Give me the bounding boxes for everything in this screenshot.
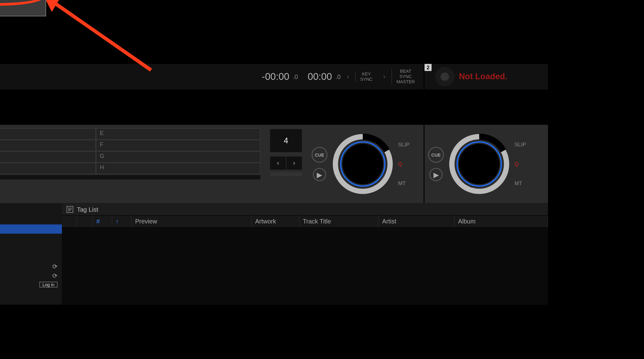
column-headers: # ↑ Preview Artwork Track Title Artist A… [62,216,548,227]
tree-item-beatport[interactable]: ▶BeatportLog in [0,280,62,289]
hotcue-g[interactable]: G [96,151,260,163]
hotcue-d[interactable]: D [0,163,96,174]
prev-button[interactable]: ‹ [344,73,352,81]
hotcue-grid: A E B F C G D H [0,128,260,174]
svg-line-2 [50,0,151,70]
col-blank[interactable] [62,216,77,227]
jog-wheel[interactable] [332,133,394,195]
svg-point-14 [342,144,383,184]
taglist-header-label: Tag List [77,206,98,213]
beat-scrollbar[interactable] [270,172,302,176]
hotcue-mode-selector[interactable]: HOT CUE ▲▼ [0,182,260,188]
tree-item-collection[interactable]: Collection [0,224,62,234]
beat-count-display: 4 [270,129,302,152]
refresh-icon[interactable]: ⟳ [52,272,58,279]
col-sort-icon[interactable]: ↑ [112,216,132,227]
disc-icon [435,67,455,87]
hotcue-b[interactable]: B [0,140,96,151]
col-artist[interactable]: Artist [379,216,455,227]
cue-button[interactable]: CUE [428,147,444,162]
deck-1: 1 Not Loaded. -00:00.0 00:00.0 ‹ KEY SYN… [0,64,424,203]
master-tempo-button[interactable]: MT [515,180,522,187]
tree-item-soundcloud[interactable]: ▶SoundCloud⟳ [0,271,62,280]
track-list[interactable] [62,227,548,305]
browser-sidebar: TAG ☰ ⌃ ❯ Collection▼Playlists▶Related T… [0,203,62,305]
hotcue-h[interactable]: H [96,163,260,174]
hotcue-c[interactable]: C [0,151,96,163]
browser-panel: TAG ☰ ⌃ ❯ Collection▼Playlists▶Related T… [0,203,548,305]
tree-item-sampler[interactable]: ▶Sampler [0,252,62,262]
mode-option-lighting[interactable]: LIGHTING [0,2,46,16]
tree-item-related-tracks[interactable]: ▶Related Tracks [0,243,62,252]
beat-sync-button[interactable]: BEAT SYNC MASTER [392,69,419,84]
deck-time-elapsed: 00:00 [308,71,332,82]
refresh-icon[interactable]: ⟳ [52,262,58,270]
deck-2: 2 Not Loaded. CUE ▶ SLIP Q [424,64,548,203]
svg-point-17 [459,144,499,184]
hotcue-f[interactable]: F [96,140,260,151]
col-blank[interactable] [77,216,93,227]
beat-next-button[interactable]: › [286,157,302,170]
deck-time-remaining: -00:00 [262,71,289,82]
tree-item-explorer[interactable]: ▶Explorer [0,289,62,299]
key-sync-button[interactable]: KEY SYNC [355,71,377,82]
slip-button[interactable]: SLIP [515,141,526,148]
play-button[interactable]: ▶ [429,168,443,181]
jog-wheel[interactable] [448,133,510,195]
waveform-display[interactable] [0,89,424,125]
next-button[interactable]: › [381,73,388,81]
master-tempo-button[interactable]: MT [398,180,406,187]
col-number[interactable]: # [93,216,112,227]
mode-dropdown: EXPORT ✓ PERFORMANCE LIGHTING [0,0,46,16]
play-icon: ▶ [433,171,439,179]
quantize-button[interactable]: Q [398,161,402,167]
waveform-display[interactable] [424,89,548,125]
overview-bar[interactable] [0,175,260,180]
hotcue-e[interactable]: E [96,128,260,140]
play-button[interactable]: ▶ [313,168,326,181]
beat-prev-button[interactable]: ‹ [270,157,286,170]
deck-status-label: Not Loaded. [459,72,507,81]
col-track-title[interactable]: Track Title [299,216,379,227]
hotcue-a[interactable]: A [0,128,96,140]
annotation-arrow-icon [41,0,155,75]
slip-button[interactable]: SLIP [398,141,410,148]
col-album[interactable]: Album [455,216,548,227]
col-artwork[interactable]: Artwork [252,216,299,227]
taglist-icon [66,206,73,213]
deck-number-badge: 2 [424,64,432,71]
col-preview[interactable]: Preview [132,216,252,227]
tree-item-itunes[interactable]: ▶iTunes⟳ [0,262,62,271]
quantize-button[interactable]: Q [515,161,519,167]
tree-item-playlists[interactable]: ▼Playlists [0,234,62,243]
play-icon: ▶ [317,171,322,179]
sidebar-expand-button[interactable]: ❯ [0,216,62,224]
login-button[interactable]: Log in [39,282,58,288]
cue-button[interactable]: CUE [311,147,327,162]
